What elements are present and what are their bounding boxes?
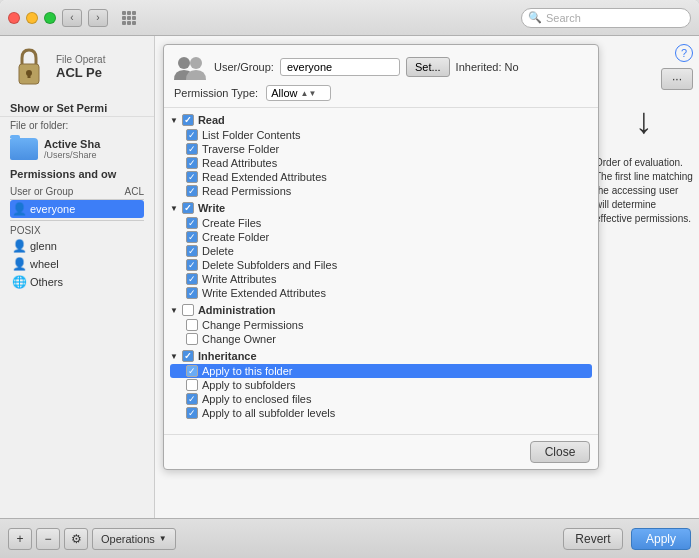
checkbox-apply-all-levels[interactable]: ✓ bbox=[186, 407, 198, 419]
user-group-value[interactable]: everyone bbox=[280, 58, 400, 76]
triangle-admin-icon: ▼ bbox=[170, 306, 178, 315]
checkbox-change-perms[interactable] bbox=[186, 319, 198, 331]
operations-label: Operations bbox=[101, 533, 155, 545]
close-button[interactable] bbox=[8, 12, 20, 24]
inherited-label: Inherited: No bbox=[456, 61, 519, 73]
perm-item-create-folder: ✓ Create Folder bbox=[170, 230, 592, 244]
triangle-write-icon: ▼ bbox=[170, 204, 178, 213]
checkbox-read-attr[interactable]: ✓ bbox=[186, 157, 198, 169]
checkbox-delete-subfolders[interactable]: ✓ bbox=[186, 259, 198, 271]
svg-rect-1 bbox=[127, 11, 131, 15]
apply-button[interactable]: Apply bbox=[631, 528, 691, 550]
perm-name-everyone: everyone bbox=[30, 203, 75, 215]
checkbox-change-owner[interactable] bbox=[186, 333, 198, 345]
back-button[interactable]: ‹ bbox=[62, 9, 82, 27]
section-label: Show or Set Permi bbox=[0, 98, 154, 117]
checkbox-create-files[interactable]: ✓ bbox=[186, 217, 198, 229]
acl-footer: Close bbox=[164, 434, 598, 469]
checkbox-list-folder[interactable]: ✓ bbox=[186, 129, 198, 141]
col-user: User or Group bbox=[10, 186, 73, 197]
checkbox-delete[interactable]: ✓ bbox=[186, 245, 198, 257]
perm-group-read: ▼ ✓ Read ✓ List Folder Contents ✓ Traver… bbox=[170, 112, 592, 198]
ellipsis-button[interactable]: ··· bbox=[661, 68, 693, 90]
checkbox-inheritance[interactable]: ✓ bbox=[182, 350, 194, 362]
svg-point-13 bbox=[190, 57, 202, 69]
grid-icon[interactable] bbox=[118, 7, 140, 29]
permission-type-dropdown[interactable]: Allow ▲▼ bbox=[266, 85, 331, 101]
perm-type-label: Permission Type: bbox=[174, 87, 258, 99]
checkbox-write-ext-attr[interactable]: ✓ bbox=[186, 287, 198, 299]
perm-row-glenn[interactable]: 👤 glenn bbox=[10, 237, 144, 255]
forward-button[interactable]: › bbox=[88, 9, 108, 27]
panel-header-row: File Operat ACL Pe bbox=[0, 36, 154, 98]
main-content: File Operat ACL Pe Show or Set Permi Fil… bbox=[0, 36, 699, 518]
user-icon-wheel: 👤 bbox=[12, 257, 26, 271]
checkbox-write[interactable]: ✓ bbox=[182, 202, 194, 214]
folder-name: Active Sha bbox=[44, 138, 100, 150]
checkbox-admin[interactable] bbox=[182, 304, 194, 316]
triangle-inheritance-icon: ▼ bbox=[170, 352, 178, 361]
perm-item-apply-subfolders: Apply to subfolders bbox=[170, 378, 592, 392]
checkbox-read-ext-attr[interactable]: ✓ bbox=[186, 171, 198, 183]
maximize-button[interactable] bbox=[44, 12, 56, 24]
help-icon[interactable]: ? bbox=[675, 44, 693, 62]
close-button[interactable]: Close bbox=[530, 441, 590, 463]
folder-item[interactable]: Active Sha /Users/Share bbox=[0, 134, 154, 164]
perm-item-apply-enclosed: ✓ Apply to enclosed files bbox=[170, 392, 592, 406]
revert-button[interactable]: Revert bbox=[563, 528, 623, 550]
perm-name-wheel: wheel bbox=[30, 258, 59, 270]
checkbox-traverse[interactable]: ✓ bbox=[186, 143, 198, 155]
perm-row-everyone[interactable]: 👤 everyone bbox=[10, 200, 144, 218]
minimize-button[interactable] bbox=[26, 12, 38, 24]
perm-item-change-owner: Change Owner bbox=[170, 332, 592, 346]
folder-path: /Users/Share bbox=[44, 150, 100, 160]
gear-button[interactable]: ⚙ bbox=[64, 528, 88, 550]
folder-icon bbox=[10, 138, 38, 160]
perm-item-change-perms: Change Permissions bbox=[170, 318, 592, 332]
perm-item-delete-subfolders: ✓ Delete Subfolders and Files bbox=[170, 258, 592, 272]
checkbox-read[interactable]: ✓ bbox=[182, 114, 194, 126]
perm-group-admin-header: ▼ Administration bbox=[170, 302, 592, 318]
perm-type-value: Allow bbox=[271, 87, 297, 99]
header-fields: User/Group: everyone Set... Inherited: N… bbox=[214, 57, 519, 77]
permissions-header: Permissions and ow bbox=[10, 168, 144, 180]
checkbox-read-perms[interactable]: ✓ bbox=[186, 185, 198, 197]
write-label: Write bbox=[198, 202, 225, 214]
add-button[interactable]: + bbox=[8, 528, 32, 550]
perm-item-read-perms: ✓ Read Permissions bbox=[170, 184, 592, 198]
admin-label: Administration bbox=[198, 304, 276, 316]
dropdown-arrow-icon: ▲▼ bbox=[300, 89, 316, 98]
perm-item-apply-folder[interactable]: ✓ Apply to this folder bbox=[170, 364, 592, 378]
checkbox-apply-enclosed[interactable]: ✓ bbox=[186, 393, 198, 405]
inheritance-label: Inheritance bbox=[198, 350, 257, 362]
remove-button[interactable]: − bbox=[36, 528, 60, 550]
divider-posix bbox=[10, 220, 144, 221]
perm-item-write-ext-attr: ✓ Write Extended Attributes bbox=[170, 286, 592, 300]
eval-text: Order of evaluation. The first line matc… bbox=[595, 156, 693, 226]
checkbox-write-attr[interactable]: ✓ bbox=[186, 273, 198, 285]
search-bar[interactable]: 🔍 Search bbox=[521, 8, 691, 28]
perm-name-glenn: glenn bbox=[30, 240, 57, 252]
perm-table-header: User or Group ACL bbox=[10, 184, 144, 200]
svg-rect-8 bbox=[132, 21, 136, 25]
svg-rect-3 bbox=[122, 16, 126, 20]
perm-item-create-files: ✓ Create Files bbox=[170, 216, 592, 230]
right-info: ? ··· ↓ Order of evaluation. The first l… bbox=[589, 36, 699, 518]
checkbox-apply-subfolders[interactable] bbox=[186, 379, 198, 391]
svg-rect-11 bbox=[28, 73, 31, 78]
globe-icon-others: 🌐 bbox=[12, 275, 26, 289]
search-icon: 🔍 bbox=[528, 11, 542, 24]
panel-title: ACL Pe bbox=[56, 65, 144, 80]
checkbox-apply-folder[interactable]: ✓ bbox=[186, 365, 198, 377]
operations-button[interactable]: Operations ▼ bbox=[92, 528, 176, 550]
set-button[interactable]: Set... bbox=[406, 57, 450, 77]
checkbox-create-folder[interactable]: ✓ bbox=[186, 231, 198, 243]
perm-row-wheel[interactable]: 👤 wheel bbox=[10, 255, 144, 273]
search-placeholder: Search bbox=[546, 12, 581, 24]
triangle-read-icon: ▼ bbox=[170, 116, 178, 125]
titlebar: ‹ › 🔍 Search bbox=[0, 0, 699, 36]
perm-row-others[interactable]: 🌐 Others bbox=[10, 273, 144, 291]
perm-type-row: Permission Type: Allow ▲▼ bbox=[174, 85, 588, 101]
perm-group-inheritance: ▼ ✓ Inheritance ✓ Apply to this folder A… bbox=[170, 348, 592, 420]
perm-name-others: Others bbox=[30, 276, 63, 288]
